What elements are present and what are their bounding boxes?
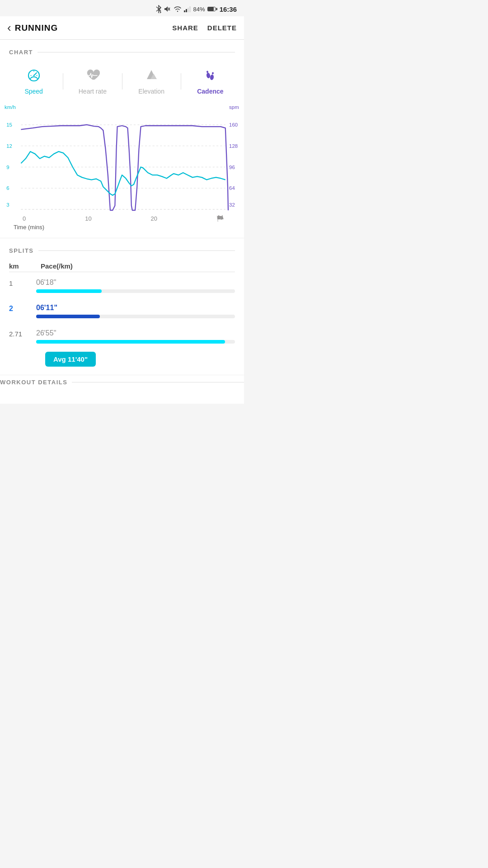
signal-icon xyxy=(184,6,191,12)
wifi-icon xyxy=(174,6,182,12)
split-bar-bg-2 xyxy=(36,315,235,318)
footprints-icon xyxy=(203,67,217,85)
tab-heartrate[interactable]: Heart rate xyxy=(63,65,122,98)
svg-text:12: 12 xyxy=(6,143,12,149)
split-row-3-top: 2.71 26'55" xyxy=(9,329,235,344)
status-time: 16:36 xyxy=(220,5,237,13)
tab-elevation-label: Elevation xyxy=(138,88,164,95)
svg-text:32: 32 xyxy=(229,202,235,208)
split-row-2: 2 06'11" xyxy=(9,297,235,323)
workout-details-divider xyxy=(72,382,244,382)
back-button[interactable]: ‹ xyxy=(7,21,11,35)
page-title: RUNNING xyxy=(15,23,164,33)
chart-area: km/h 15 12 9 6 3 spm 160 128 96 64 32 xyxy=(0,98,244,238)
split-bar-2 xyxy=(36,315,100,318)
splits-divider-line xyxy=(38,250,235,251)
svg-text:6: 6 xyxy=(6,185,9,191)
svg-point-6 xyxy=(33,75,34,76)
chart-tabs: Speed Heart rate Elevation xyxy=(0,60,244,98)
x-label-10: 10 xyxy=(85,215,91,222)
svg-rect-1 xyxy=(186,9,187,12)
split-row-1: 1 06'18" xyxy=(9,272,235,297)
battery-icon xyxy=(207,7,216,11)
x-label-0: 0 xyxy=(23,215,26,222)
split-row-3: 2.71 26'55" xyxy=(9,323,235,348)
svg-text:9: 9 xyxy=(6,165,9,170)
split-bar-3 xyxy=(36,340,225,344)
svg-point-11 xyxy=(206,71,209,73)
svg-text:128: 128 xyxy=(229,143,238,149)
split-bar-bg-1 xyxy=(36,289,235,293)
col-pace-label: Pace(/km) xyxy=(41,262,73,270)
split-pace-3: 26'55" xyxy=(36,329,235,337)
svg-text:15: 15 xyxy=(6,122,12,127)
split-data-1: 06'18" xyxy=(36,278,235,293)
split-data-2: 06'11" xyxy=(36,304,235,318)
x-axis-labels: 0 10 20 🏁 xyxy=(5,215,239,222)
split-km-1: 1 xyxy=(9,278,36,287)
chart-section-label: CHART xyxy=(0,40,244,60)
tab-cadence[interactable]: Cadence xyxy=(181,65,239,98)
top-bar: ‹ RUNNING SHARE DELETE xyxy=(0,16,244,40)
battery-percent: 84% xyxy=(193,6,205,13)
svg-text:64: 64 xyxy=(229,185,235,191)
x-flag: 🏁 xyxy=(216,215,224,222)
avg-tooltip: Avg 11'40" xyxy=(45,352,96,367)
chart-svg: km/h 15 12 9 6 3 spm 160 128 96 64 32 xyxy=(5,102,239,215)
split-km-3: 2.71 xyxy=(9,329,36,338)
svg-rect-0 xyxy=(184,10,185,12)
workout-details-content-placeholder xyxy=(0,386,244,404)
split-row-2-top: 2 06'11" xyxy=(9,304,235,318)
split-pace-2: 06'11" xyxy=(36,304,235,312)
status-icons: 84% 16:36 xyxy=(155,5,237,13)
svg-rect-2 xyxy=(188,8,189,12)
avg-tooltip-container: Avg 11'40" xyxy=(9,348,235,375)
svg-text:spm: spm xyxy=(229,104,239,110)
splits-section-label: SPLITS xyxy=(0,238,244,259)
heartrate-icon xyxy=(85,67,100,85)
split-pace-1: 06'18" xyxy=(36,278,235,287)
splits-header: km Pace(/km) xyxy=(9,259,235,272)
chart-time-label: Time (mins) xyxy=(5,222,239,238)
delete-button[interactable]: DELETE xyxy=(207,24,237,32)
svg-point-10 xyxy=(210,74,214,80)
bluetooth-icon xyxy=(155,5,162,13)
x-label-20: 20 xyxy=(151,215,157,222)
svg-point-12 xyxy=(212,72,214,75)
tab-elevation[interactable]: Elevation xyxy=(122,65,181,98)
tab-heartrate-label: Heart rate xyxy=(79,88,107,95)
svg-rect-3 xyxy=(189,6,191,12)
split-data-3: 26'55" xyxy=(36,329,235,344)
share-button[interactable]: SHARE xyxy=(172,24,198,32)
svg-text:160: 160 xyxy=(229,122,238,127)
speedometer-icon xyxy=(27,67,41,85)
tab-speed[interactable]: Speed xyxy=(5,65,63,98)
splits-section: km Pace(/km) 1 06'18" 2 06'11" xyxy=(0,259,244,375)
status-bar: 84% 16:36 xyxy=(0,0,244,16)
col-km-label: km xyxy=(9,262,36,270)
tab-cadence-label: Cadence xyxy=(197,88,223,95)
split-bar-1 xyxy=(36,289,102,293)
svg-text:96: 96 xyxy=(229,165,235,170)
split-bar-bg-3 xyxy=(36,340,235,344)
svg-text:3: 3 xyxy=(6,202,9,208)
section-divider xyxy=(38,52,235,52)
main-content: CHART Speed xyxy=(0,40,244,404)
split-row-1-top: 1 06'18" xyxy=(9,278,235,293)
mute-icon xyxy=(164,5,171,13)
tab-speed-label: Speed xyxy=(24,88,42,95)
svg-text:km/h: km/h xyxy=(5,104,16,110)
mountain-icon xyxy=(144,67,159,85)
split-km-2: 2 xyxy=(9,304,36,313)
workout-details-section-label: WORKOUT DETAILS xyxy=(0,375,244,386)
svg-point-9 xyxy=(206,72,211,78)
